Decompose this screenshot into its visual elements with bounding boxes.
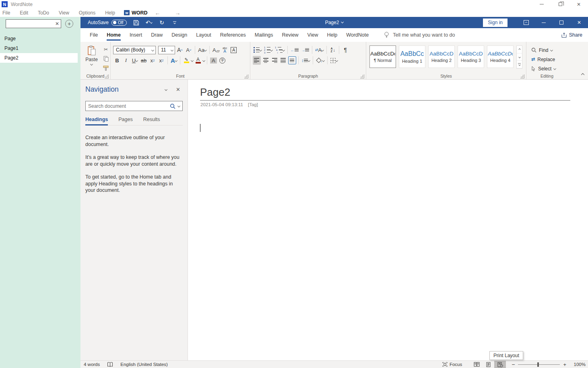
style-heading4[interactable]: AaBbCcDc Heading 4 <box>487 45 514 68</box>
tab-home[interactable]: Home <box>102 28 125 42</box>
page-list-item-selected[interactable]: Page2 <box>0 53 78 63</box>
document-title[interactable]: Page2 <box>200 86 230 99</box>
font-size-select[interactable]: 11 <box>158 46 175 54</box>
paragraph-dialog-launcher[interactable] <box>360 74 364 78</box>
tab-file[interactable]: File <box>80 28 102 42</box>
save-icon[interactable] <box>132 19 140 26</box>
style-heading2[interactable]: AaBbCcD Heading 2 <box>428 45 455 68</box>
style-normal[interactable]: AaBbCcDc ¶ Normal <box>369 45 396 68</box>
navigation-options-icon[interactable] <box>165 88 167 91</box>
tab-layout[interactable]: Layout <box>192 28 216 42</box>
styles-scroll-down-button[interactable] <box>517 53 522 61</box>
underline-button[interactable]: U <box>131 56 139 65</box>
numbering-button[interactable]: 1 2 3 <box>263 45 273 54</box>
tab-draw[interactable]: Draw <box>146 28 167 42</box>
redo-icon[interactable]: ↻ <box>158 19 165 26</box>
chevron-down-icon[interactable] <box>177 105 180 107</box>
character-shading-button[interactable]: A <box>209 56 218 65</box>
menu-options[interactable]: Options <box>74 10 100 16</box>
page-list-item[interactable]: Page1 <box>0 43 80 53</box>
styles-more-button[interactable] <box>517 61 522 68</box>
clear-formatting-button[interactable]: A <box>212 45 220 54</box>
word-maximize-button[interactable] <box>553 17 570 28</box>
print-layout-button[interactable] <box>483 361 494 368</box>
tell-me-box[interactable]: Tell me what you want to do <box>384 32 455 38</box>
style-heading3[interactable]: AaBbCcD Heading 3 <box>458 45 484 68</box>
ribbon-display-options-button[interactable] <box>517 17 535 28</box>
paste-button[interactable]: Paste <box>83 45 101 72</box>
decrease-indent-button[interactable]: ← <box>290 45 299 54</box>
nav-tab-results[interactable]: Results <box>143 117 160 122</box>
autosave-toggle[interactable]: Off <box>111 20 127 26</box>
search-icon[interactable] <box>170 103 175 109</box>
select-button[interactable]: Select <box>531 65 567 72</box>
highlight-color-button[interactable]: ✎ <box>182 56 190 65</box>
multilevel-list-button[interactable]: 1 a i <box>274 45 285 54</box>
window-minimize-button[interactable] <box>532 0 551 8</box>
replace-button[interactable]: ⇄ Replace <box>531 56 567 63</box>
borders-button[interactable] <box>330 56 338 65</box>
shrink-font-button[interactable]: A˅ <box>185 45 193 54</box>
nav-tab-pages[interactable]: Pages <box>118 117 132 122</box>
menu-edit[interactable]: Edit <box>15 10 33 16</box>
tab-insert[interactable]: Insert <box>125 28 146 42</box>
menu-todo[interactable]: ToDo <box>33 10 54 16</box>
distribute-button[interactable] <box>288 56 296 64</box>
nav-tab-headings[interactable]: Headings <box>85 117 108 122</box>
tab-view[interactable]: View <box>303 28 323 42</box>
navigation-search-box[interactable] <box>85 101 183 111</box>
chevron-down-icon[interactable] <box>191 59 194 62</box>
grow-font-button[interactable]: A˄ <box>176 45 184 54</box>
zoom-slider-thumb[interactable] <box>537 362 539 367</box>
language-status[interactable]: English (United States) <box>120 362 168 367</box>
justify-button[interactable] <box>279 56 287 65</box>
sort-button[interactable]: AZ↓ <box>329 45 337 54</box>
shading-button[interactable] <box>315 56 325 65</box>
sidebar-search-box[interactable]: ✕ <box>6 19 61 28</box>
add-page-button[interactable]: + <box>65 20 73 28</box>
strikethrough-button[interactable]: ab <box>140 56 148 65</box>
tab-wordnote[interactable]: WordNote <box>342 28 373 42</box>
align-left-button[interactable] <box>253 56 261 65</box>
tab-review[interactable]: Review <box>278 28 303 42</box>
menu-view[interactable]: View <box>54 10 74 16</box>
font-color-button[interactable]: A <box>194 56 202 65</box>
proofing-book-icon[interactable] <box>107 362 113 367</box>
font-dialog-launcher[interactable] <box>244 74 248 78</box>
line-spacing-button[interactable]: ↕ <box>301 56 311 65</box>
tab-mailings[interactable]: Mailings <box>250 28 278 42</box>
format-painter-button[interactable] <box>101 64 110 72</box>
read-mode-button[interactable] <box>471 361 483 368</box>
tab-help[interactable]: Help <box>322 28 342 42</box>
bullets-button[interactable] <box>253 45 262 54</box>
zoom-out-button[interactable]: − <box>512 361 515 368</box>
align-right-button[interactable] <box>270 56 279 65</box>
align-center-button[interactable] <box>262 56 270 65</box>
forward-arrow-icon[interactable]: → <box>167 10 188 16</box>
styles-dialog-launcher[interactable] <box>520 74 524 78</box>
autosave-control[interactable]: AutoSave Off <box>88 20 127 26</box>
enclose-characters-button[interactable]: 字 <box>219 56 227 65</box>
focus-button[interactable]: Focus <box>442 362 462 367</box>
zoom-level[interactable]: 100% <box>569 362 586 367</box>
window-restore-button[interactable] <box>551 0 569 8</box>
back-arrow-icon[interactable]: ← <box>147 10 167 16</box>
bold-button[interactable]: B <box>113 56 121 65</box>
sign-in-button[interactable]: Sign in <box>483 19 508 27</box>
italic-button[interactable]: I <box>122 56 130 65</box>
menu-file[interactable]: File <box>0 10 15 16</box>
customize-quick-access-icon[interactable] <box>171 19 178 26</box>
window-close-button[interactable]: ✕ <box>569 0 588 8</box>
web-layout-button[interactable] <box>494 361 506 368</box>
change-case-button[interactable]: Aa <box>197 45 207 54</box>
navigation-close-icon[interactable]: ✕ <box>176 86 180 93</box>
undo-icon[interactable]: ↶ <box>145 19 153 26</box>
page-list-item[interactable]: Page <box>0 34 80 43</box>
superscript-button[interactable]: x2 <box>157 56 165 65</box>
document-title-dropdown[interactable]: Page2 <box>325 20 344 25</box>
zoom-in-button[interactable]: + <box>563 362 566 368</box>
sidebar-search-input[interactable] <box>6 20 53 27</box>
chevron-down-icon[interactable] <box>202 59 205 62</box>
share-button[interactable]: Share <box>561 32 582 38</box>
character-border-button[interactable]: A <box>230 45 238 54</box>
